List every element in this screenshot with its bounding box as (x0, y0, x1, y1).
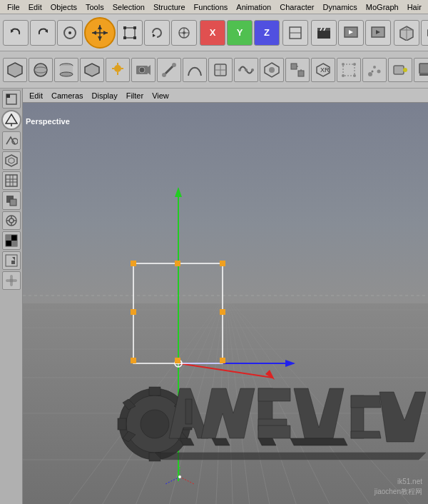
svg-rect-103 (11, 241, 17, 246)
svg-point-70 (353, 63, 356, 66)
y-axis-button[interactable]: Y (227, 20, 253, 46)
obj-morph[interactable] (285, 58, 310, 82)
obj-plane-icon (83, 61, 101, 79)
obj-xref[interactable]: XR (311, 58, 335, 82)
obj-plane[interactable] (80, 58, 104, 82)
scale-button[interactable] (117, 20, 143, 46)
obj-ffd[interactable] (337, 58, 361, 82)
menu-hair[interactable]: Hair (403, 2, 426, 12)
svg-point-41 (60, 72, 73, 76)
undo-button[interactable] (3, 20, 29, 46)
menu-animation[interactable]: Animation (232, 2, 275, 12)
obj-spline-icon (186, 61, 203, 79)
menu-edit[interactable]: Edit (24, 2, 46, 12)
arrow-icon (5, 254, 18, 267)
main-toolbar: X Y Z (0, 14, 428, 51)
vm-edit[interactable]: Edit (26, 91, 46, 101)
viewport[interactable]: Edit Cameras Display Filter View Perspec… (23, 89, 428, 504)
obj-sphere[interactable] (29, 58, 53, 82)
svg-rect-11 (123, 26, 126, 29)
obj-deform-icon (212, 61, 229, 79)
transform-icon (177, 26, 191, 40)
snap-icon (5, 214, 18, 227)
viewport-menu: Edit Cameras Display Filter View (23, 89, 428, 103)
sidebar-solid[interactable] (2, 191, 21, 210)
menu-selection[interactable]: Selection (108, 2, 149, 12)
svg-point-155 (141, 410, 169, 438)
obj-field[interactable] (260, 58, 284, 82)
svg-point-108 (10, 282, 13, 286)
clapper-icon (316, 26, 332, 40)
svg-point-76 (372, 70, 374, 72)
obj-tag[interactable] (388, 58, 412, 82)
obj-sphere-icon (32, 61, 49, 79)
svg-marker-105 (8, 257, 15, 264)
obj-cylinder[interactable] (54, 58, 78, 82)
redo-button[interactable] (30, 20, 56, 46)
camera-obj-button[interactable] (421, 20, 428, 46)
z-axis-button[interactable]: Z (254, 20, 280, 46)
svg-rect-150 (175, 358, 180, 363)
vm-cameras[interactable]: Cameras (48, 91, 87, 101)
menu-dynamics[interactable]: Dynamics (319, 2, 362, 12)
viewport-wrapper: Edit Cameras Display Filter View Perspec… (0, 89, 428, 504)
live-select-button[interactable] (57, 20, 83, 46)
texture-icon (5, 134, 18, 147)
obj-bones[interactable] (157, 58, 181, 82)
new-obj-button[interactable] (394, 20, 419, 46)
cube-icon (399, 25, 414, 41)
menu-objects[interactable]: Objects (46, 2, 81, 12)
obj-light[interactable] (106, 58, 130, 82)
object-toolbar: XR (0, 51, 428, 89)
rotate-button[interactable] (144, 20, 170, 46)
sidebar-flower[interactable] (2, 271, 21, 290)
sidebar-crystal[interactable] (2, 151, 21, 170)
world-button[interactable] (282, 20, 308, 46)
svg-rect-146 (220, 261, 225, 266)
watermark: ik51.net jiaochen教程网 (374, 477, 422, 497)
menu-structure[interactable]: Structure (149, 2, 190, 12)
svg-marker-86 (6, 155, 17, 166)
sidebar-texture[interactable] (2, 131, 21, 150)
sidebar-grid[interactable] (2, 171, 21, 190)
obj-spline[interactable] (183, 58, 207, 82)
crystal-icon (5, 154, 18, 167)
sidebar-model[interactable] (1, 110, 21, 130)
obj-nurbs[interactable] (234, 58, 258, 82)
obj-cube[interactable] (3, 58, 27, 82)
menu-tools[interactable]: Tools (81, 2, 108, 12)
checker-icon (5, 234, 18, 247)
svg-marker-36 (8, 63, 22, 77)
obj-particle[interactable] (362, 58, 387, 82)
vm-view[interactable]: View (148, 91, 173, 101)
obj-deform[interactable] (208, 58, 233, 82)
undo-icon (9, 26, 23, 40)
svg-rect-82 (6, 94, 10, 98)
svg-point-184 (178, 475, 181, 478)
vm-display[interactable]: Display (88, 91, 121, 101)
sidebar-checker[interactable] (2, 231, 21, 250)
svg-rect-10 (125, 28, 135, 38)
obj-scene[interactable] (414, 58, 428, 82)
menu-file[interactable]: File (3, 2, 24, 12)
vm-filter[interactable]: Filter (123, 91, 147, 101)
move-tool-button[interactable] (84, 17, 116, 49)
render-button[interactable] (365, 20, 391, 46)
menu-mograph[interactable]: MoGraph (362, 2, 403, 12)
menu-character[interactable]: Character (275, 2, 318, 12)
clapper-button[interactable] (311, 20, 337, 46)
sidebar-snap[interactable] (2, 211, 21, 230)
live-select-icon (62, 25, 78, 41)
svg-rect-13 (123, 36, 126, 39)
x-axis-button[interactable]: X (200, 20, 225, 46)
svg-rect-63 (298, 71, 304, 76)
transform-button[interactable] (171, 20, 197, 46)
menu-functions[interactable]: Functions (190, 2, 233, 12)
obj-tag-icon (392, 61, 409, 79)
render-view-button[interactable] (338, 20, 364, 46)
sidebar-arrow[interactable] (2, 251, 21, 270)
obj-cam2[interactable] (131, 58, 156, 82)
sidebar-points[interactable] (2, 90, 21, 109)
svg-point-78 (403, 68, 407, 72)
svg-point-74 (373, 66, 376, 69)
